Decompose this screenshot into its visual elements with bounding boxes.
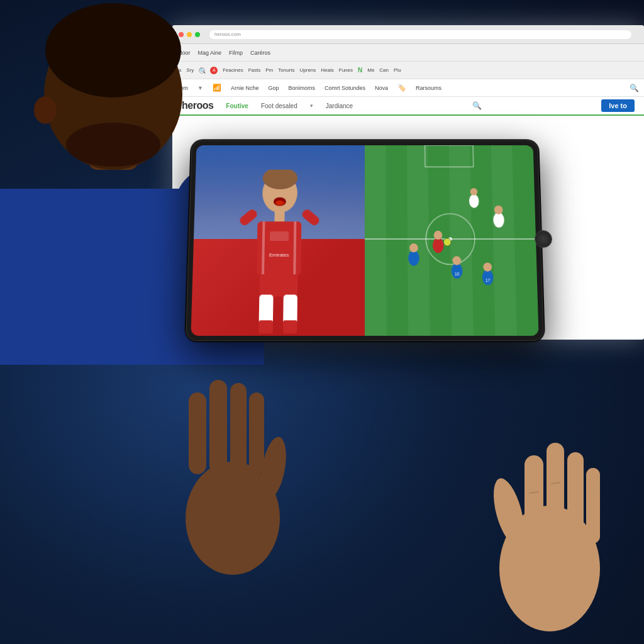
svg-point-36 [409, 243, 418, 252]
tool-can[interactable]: Can [379, 67, 389, 73]
tool-pm[interactable]: Pm [265, 67, 273, 73]
nav-gop[interactable]: Gop [268, 85, 279, 91]
svg-rect-54 [567, 452, 584, 543]
svg-rect-63 [249, 392, 264, 474]
phone-screen-left: Emirates [191, 145, 365, 336]
phone-device: Emirates [186, 140, 544, 341]
nav-comrt[interactable]: Comrt Sotundes [325, 85, 365, 91]
right-hand [487, 330, 613, 644]
phone-screen-right: 10 17 [365, 145, 539, 336]
nav-rarsoums[interactable]: Rarsoums [416, 85, 441, 91]
tool-me[interactable]: Me [367, 67, 374, 73]
brand-icon: 🏷️ [397, 84, 406, 92]
nav-foot-desaled[interactable]: Foot desaled [261, 103, 297, 109]
url-bar[interactable]: heroos.com [209, 30, 631, 39]
svg-rect-18 [301, 208, 321, 226]
nav-search-icon[interactable]: 🔍 [472, 101, 482, 110]
pitch-svg: 10 17 [365, 145, 539, 336]
svg-rect-19 [270, 231, 289, 241]
scene-container: heroos.com Moor Mag Aine Filmp Caréros i… [0, 0, 644, 644]
tool-uprens[interactable]: Uprens [300, 67, 316, 73]
left-hand [176, 330, 289, 581]
svg-rect-28 [407, 145, 430, 336]
svg-point-3 [45, 3, 181, 97]
svg-rect-60 [189, 392, 206, 474]
phone-screen: Emirates [191, 145, 538, 336]
svg-rect-55 [586, 468, 600, 543]
svg-rect-53 [547, 443, 564, 543]
svg-rect-29 [449, 145, 474, 336]
svg-rect-52 [525, 455, 543, 550]
tool-heals[interactable]: Heals [321, 67, 333, 73]
phone-body: Emirates [186, 140, 544, 341]
player-svg: Emirates [236, 170, 321, 333]
svg-text:10: 10 [455, 272, 460, 276]
svg-rect-21 [259, 274, 297, 296]
tool-tonurts[interactable]: Tonurts [278, 67, 294, 73]
svg-point-8 [66, 123, 160, 167]
tool-plu[interactable]: Plu [394, 67, 401, 73]
n-icon: N [358, 67, 362, 74]
svg-text:17: 17 [486, 278, 491, 282]
live-to-button[interactable]: lve to [601, 99, 635, 112]
tool-funes[interactable]: Funes [339, 67, 353, 73]
search-icon[interactable]: 🔍 [630, 84, 639, 92]
svg-rect-17 [238, 208, 259, 226]
svg-rect-62 [230, 383, 247, 474]
svg-text:Emirates: Emirates [269, 252, 289, 258]
svg-rect-61 [209, 380, 227, 474]
svg-point-12 [275, 201, 284, 206]
svg-rect-13 [274, 211, 284, 223]
dropdown-chevron[interactable]: ▾ [310, 103, 313, 109]
nav-jardiance[interactable]: Jardiance [326, 103, 353, 109]
nav-nova[interactable]: Nova [375, 85, 388, 91]
player-figure: Emirates [236, 170, 321, 336]
svg-point-7 [34, 96, 57, 124]
nav-bonimoms[interactable]: Bonimoms [288, 85, 315, 91]
phone-home-button[interactable] [535, 230, 553, 248]
svg-rect-27 [365, 145, 387, 336]
